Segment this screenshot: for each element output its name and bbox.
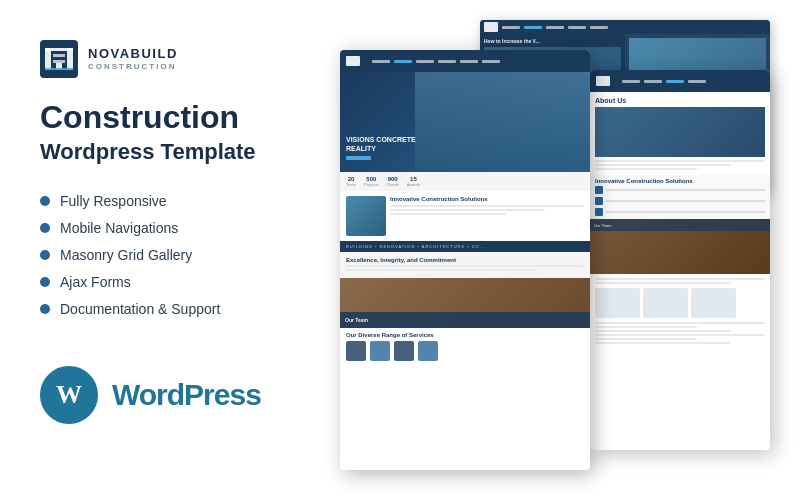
svg-rect-1 <box>45 48 51 70</box>
mock-right-feat-line-3 <box>606 211 765 213</box>
mock-nav-3 <box>416 60 434 63</box>
mock-main-banner: BUILDING • RENOVATION • ARCHITECTURE • C… <box>340 241 590 252</box>
brand-text: NOVABUILD CONSTRUCTION <box>88 47 178 71</box>
svg-rect-7 <box>45 68 73 70</box>
bullet-4 <box>40 277 50 287</box>
mock-nav-1 <box>372 60 390 63</box>
mock-right-feat-icon-1 <box>595 186 603 194</box>
mock-main-nav <box>372 60 500 63</box>
mock-right-feat-2 <box>595 197 765 205</box>
mock-section-title: Innovative Construction Solutions <box>390 196 584 202</box>
mock-stat-4: 15 Awards <box>407 176 420 187</box>
mock-services-title: Our Diverse Range of Services <box>346 332 584 338</box>
feature-item-4: Ajax Forms <box>40 274 320 290</box>
mock-banner-text: BUILDING • RENOVATION • ARCHITECTURE • C… <box>346 244 486 249</box>
mock-right-feature-list <box>595 186 765 216</box>
feature-item-5: Documentation & Support <box>40 301 320 317</box>
mock-back-blog-title: How to Increase the V... <box>484 38 621 44</box>
feature-item-3: Masonry Grid Gallery <box>40 247 320 263</box>
main-title: Construction <box>40 100 320 135</box>
mock-right-nav <box>622 80 706 83</box>
bullet-2 <box>40 223 50 233</box>
mock-main-section1: Innovative Construction Solutions <box>340 191 590 241</box>
mock-nav-2 <box>394 60 412 63</box>
mock-hero-btn <box>346 156 371 160</box>
mock-right-about-title: About Us <box>595 97 765 104</box>
right-panel: How to Increase the V... <box>340 20 770 460</box>
mock-right-card-3 <box>691 288 736 318</box>
mock-services-icons <box>346 341 584 361</box>
logo-icon <box>40 40 78 78</box>
feature-item-2: Mobile Navigations <box>40 220 320 236</box>
mock-service-icon-2 <box>370 341 390 361</box>
mock-main-header <box>340 50 590 72</box>
mock-right-extra <box>590 322 770 344</box>
mock-right-e-line-3 <box>595 330 731 332</box>
mock-right-card-1 <box>595 288 640 318</box>
mock-back-nav-5 <box>590 26 608 29</box>
mock-main-hero-img <box>415 72 590 172</box>
mock-right-e-line-4 <box>595 334 765 336</box>
mock-back-nav-1 <box>502 26 520 29</box>
mock-right-feat-icon-2 <box>595 197 603 205</box>
brand-name: NOVABUILD <box>88 47 178 60</box>
mock-right-feat-icon-3 <box>595 208 603 216</box>
mock-right-e-line-5 <box>595 338 697 340</box>
bullet-1 <box>40 196 50 206</box>
mock-stat-1: 20 Years <box>346 176 356 187</box>
mock-exc-line-1 <box>346 265 584 267</box>
mock-nav-6 <box>482 60 500 63</box>
left-panel: NOVABUILD CONSTRUCTION Construction Word… <box>40 30 320 470</box>
mock-main-hero-title-2: REALITY <box>346 145 416 153</box>
mock-excellence-section: Excellence, Integrity, and Commitment <box>340 252 590 278</box>
mock-back-nav-3 <box>546 26 564 29</box>
feature-label-5: Documentation & Support <box>60 301 220 317</box>
mock-team-overlay: Our Team <box>340 312 590 328</box>
wordpress-logo-icon: W <box>40 366 98 424</box>
brand-logo: NOVABUILD CONSTRUCTION <box>40 40 320 78</box>
mock-right-e-line-6 <box>595 342 731 344</box>
mock-right-feat-line-2 <box>606 200 765 202</box>
svg-text:W: W <box>56 380 82 409</box>
bullet-3 <box>40 250 50 260</box>
mock-main-hero-title-1: VISIONS CONCRETE <box>346 136 416 144</box>
mock-stat-label-1: Years <box>346 182 356 187</box>
mock-section-img <box>346 196 386 236</box>
mock-text-3 <box>390 213 506 215</box>
mock-main-logo <box>346 56 360 66</box>
mock-service-icon-4 <box>418 341 438 361</box>
wp-section: W WordPress <box>40 366 320 424</box>
svg-rect-3 <box>67 48 73 70</box>
mock-right-team-label: Our Team <box>594 223 612 228</box>
mock-right-cards <box>595 288 765 318</box>
bullet-5 <box>40 304 50 314</box>
mock-right-f-line-2 <box>595 282 731 284</box>
mock-main-hero: VISIONS CONCRETE REALITY <box>340 72 590 172</box>
svg-rect-5 <box>53 60 65 63</box>
mock-back-logo <box>484 22 498 32</box>
mock-service-icon-1 <box>346 341 366 361</box>
mock-text-2 <box>390 209 545 211</box>
feature-label-4: Ajax Forms <box>60 274 131 290</box>
mock-nav-5 <box>460 60 478 63</box>
mock-right-line-2 <box>595 164 731 166</box>
mock-right-feat-line-1 <box>606 189 765 191</box>
mock-stat-3: 900 Clients <box>387 176 399 187</box>
mock-back-nav-4 <box>568 26 586 29</box>
mock-section-row: Innovative Construction Solutions <box>346 196 584 236</box>
mock-right-logo <box>596 76 610 86</box>
mock-stat-label-2: Projects <box>364 182 378 187</box>
mock-nav-4 <box>438 60 456 63</box>
mock-right-feat-1 <box>595 186 765 194</box>
mock-right-f-line-1 <box>595 278 765 280</box>
mock-back-nav <box>502 26 608 29</box>
mock-right-nav-2 <box>644 80 662 83</box>
mock-stat-2: 500 Projects <box>364 176 378 187</box>
mock-main-hero-text: VISIONS CONCRETE REALITY <box>346 136 416 160</box>
mock-right-hero-img <box>595 107 765 157</box>
mock-right-header <box>590 70 770 92</box>
mock-excellence-title: Excellence, Integrity, and Commitment <box>346 257 584 263</box>
feature-label-1: Fully Responsive <box>60 193 167 209</box>
main-container: NOVABUILD CONSTRUCTION Construction Word… <box>0 0 800 500</box>
feature-label-3: Masonry Grid Gallery <box>60 247 192 263</box>
